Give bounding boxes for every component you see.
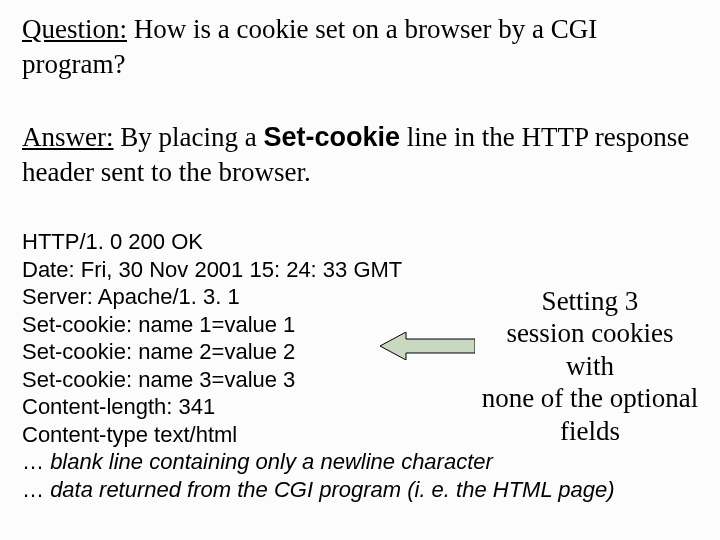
ellipsis: … — [22, 449, 50, 474]
question-label: Question: — [22, 14, 127, 44]
set-cookie-term: Set-cookie — [263, 122, 400, 152]
http-note2: data returned from the CGI program (i. e… — [50, 477, 615, 502]
annotation-l2: session cookies with — [506, 318, 673, 380]
ellipsis: … — [22, 477, 50, 502]
left-arrow-icon — [380, 332, 475, 360]
question-block: Question: How is a cookie set on a brows… — [22, 12, 597, 82]
question-text-line2: program? — [22, 49, 125, 79]
answer-post2: header sent to the browser. — [22, 157, 311, 187]
svg-marker-0 — [380, 332, 475, 360]
answer-post1: line in the HTTP response — [400, 122, 689, 152]
answer-label: Answer: — [22, 122, 113, 152]
answer-block: Answer: By placing a Set-cookie line in … — [22, 120, 689, 190]
http-line: HTTP/1. 0 200 OK — [22, 228, 615, 256]
annotation-l1: Setting 3 — [542, 286, 639, 316]
annotation-text: Setting 3 session cookies with none of t… — [480, 285, 700, 447]
answer-pre: By placing a — [113, 122, 263, 152]
http-note1: blank line containing only a newline cha… — [50, 449, 493, 474]
question-text-line1: How is a cookie set on a browser by a CG… — [127, 14, 597, 44]
annotation-l4: fields — [560, 416, 620, 446]
http-note-line: … data returned from the CGI program (i.… — [22, 476, 615, 504]
http-note-line: … blank line containing only a newline c… — [22, 448, 615, 476]
http-line: Date: Fri, 30 Nov 2001 15: 24: 33 GMT — [22, 256, 615, 284]
annotation-l3: none of the optional — [482, 383, 699, 413]
